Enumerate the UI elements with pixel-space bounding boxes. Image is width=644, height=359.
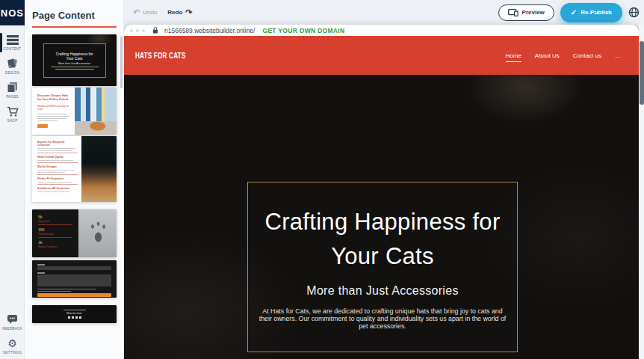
site-url[interactable]: n1566589.websitebuilder.online/ — [164, 27, 255, 34]
stat-divider — [38, 224, 72, 225]
window-dots — [130, 29, 145, 32]
sidebar-item-shop[interactable]: SHOP — [0, 102, 25, 126]
hero-text-box[interactable]: Crafting Happiness for Your Cats More th… — [247, 182, 518, 352]
thumb-form-label — [37, 272, 45, 274]
pages-icon — [6, 82, 19, 93]
sidebar-item-label: FEEDBACK — [2, 327, 22, 331]
active-indicator — [0, 33, 2, 52]
redo-button[interactable]: Redo ↷ — [167, 8, 192, 16]
check-icon: ✓ — [571, 9, 577, 16]
stat-value: 150 — [38, 227, 72, 232]
thumb-text-bar — [64, 310, 86, 310]
sidebar-item-label: CONTENT — [4, 47, 22, 51]
thumb-hero-title: Crafting Happiness for Your Cats — [56, 52, 93, 61]
thumb-feature-heading: Explore Our Exquisite Collection — [37, 141, 78, 147]
section-thumbnail-contact-form[interactable] — [32, 260, 117, 298]
thumb-cat-closeup-photo — [81, 136, 117, 202]
thumb-hero-box: Crafting Happiness for Your Cats More th… — [43, 43, 106, 78]
stat-label: Unique Designs — [38, 233, 72, 236]
republish-label: Re-Publish — [580, 9, 612, 16]
nav-link-contact[interactable]: Contact us — [573, 49, 601, 62]
sidebar-item-label: PAGES — [6, 95, 19, 99]
get-domain-link[interactable]: GET YOUR OWN DOMAIN — [262, 27, 344, 34]
feedback-icon — [6, 314, 19, 325]
thumb-text-bar — [37, 118, 66, 119]
thumb-features-text: Explore Our Exquisite Collection Hand Cr… — [32, 136, 81, 202]
browser-chrome-bar: n1566589.websitebuilder.online/ GET YOUR… — [124, 25, 639, 36]
shop-cart-icon — [6, 106, 19, 117]
toolbar-right-group: Preview ✓ Re-Publish — [498, 3, 644, 22]
hero-section: Crafting Happiness for Your Cats More th… — [124, 75, 639, 359]
thumb-split-text: Discover Unique Hats for Your Feline Fri… — [32, 88, 75, 135]
hero-subtitle: More than Just Accessories — [306, 284, 458, 298]
thumb-form-textarea — [37, 274, 111, 286]
site-nav: Home About Us Contact us … — [506, 49, 622, 62]
section-thumbnail-split[interactable]: Discover Unique Hats for Your Feline Fri… — [32, 88, 117, 135]
undo-button[interactable]: ↶ Undo — [133, 8, 157, 16]
nav-link-about[interactable]: About Us — [535, 49, 560, 62]
sidebar-nav: CONTENT DESIGN PAGES SHOP — [0, 30, 24, 126]
thumb-split-heading: Discover Unique Hats for Your Feline Fri… — [37, 93, 71, 101]
thumb-feature-heading: Hand Crafted Quality — [37, 156, 78, 159]
section-thumbnail-footer[interactable]: Hats for Cats — [32, 305, 117, 323]
thumb-paw-print-photo — [78, 209, 117, 257]
design-icon — [6, 58, 19, 69]
nav-link-home[interactable]: Home — [506, 49, 521, 62]
sidebar-item-design[interactable]: DESIGN — [0, 54, 25, 78]
settings-gear-icon: ⚙ — [6, 338, 19, 349]
sidebar-item-settings[interactable]: ⚙ SETTINGS — [0, 334, 25, 358]
stat-divider — [38, 237, 72, 238]
sidebar-item-content[interactable]: CONTENT — [0, 30, 25, 54]
section-thumbnail-stats[interactable]: 5k Happy Cats 150 Unique Designs 1k Repe… — [32, 209, 117, 257]
canvas-scrollbar-track — [639, 25, 644, 359]
thumb-text-bar — [37, 291, 71, 292]
sidebar-item-label: SETTINGS — [3, 351, 22, 355]
globe-icon[interactable] — [628, 7, 640, 18]
redo-label: Redo — [167, 9, 182, 16]
content-icon — [6, 34, 19, 45]
thumb-social-icons — [68, 316, 81, 319]
thumb-text-bar — [37, 289, 96, 289]
thumb-feature-heading: Suitable for All Occasions — [37, 187, 78, 190]
hero-title: Crafting Happiness for Your Cats — [264, 205, 500, 274]
panel-scrollbar[interactable] — [120, 36, 123, 88]
sidebar-item-pages[interactable]: PAGES — [0, 78, 25, 102]
undo-label: Undo — [143, 9, 157, 16]
page-content-panel: Page Content Crafting Happiness for Your… — [25, 0, 124, 359]
thumb-cta-button — [37, 124, 48, 128]
sidebar: IONOS CONTENT DESIGN PAGES — [0, 0, 25, 359]
panel-title-rule — [32, 26, 117, 28]
sidebar-item-label: DESIGN — [5, 71, 19, 75]
nav-more-ellipsis[interactable]: … — [615, 49, 621, 62]
thumb-footer-text: Hats for Cats — [66, 312, 81, 315]
thumb-text-bar — [37, 116, 69, 117]
thumb-feature-heading: Perfect Fit Guarantee — [37, 177, 78, 180]
sidebar-bottom: FEEDBACK ⚙ SETTINGS — [0, 310, 25, 358]
sidebar-item-label: SHOP — [7, 119, 18, 123]
thumb-text-bar — [37, 120, 58, 121]
redo-icon: ↷ — [185, 8, 192, 16]
stat-label: Happy Cats — [38, 220, 72, 223]
thumb-cat-poster-photo — [75, 88, 117, 135]
hero-description: At Hats for Cats, we are dedicated to cr… — [256, 307, 509, 330]
thumb-form-submit-button — [37, 293, 111, 297]
canvas-scrollbar-thumb[interactable] — [640, 41, 644, 105]
republish-button[interactable]: ✓ Re-Publish — [560, 3, 622, 22]
stat-value: 5k — [38, 215, 72, 219]
section-thumbnail-hero[interactable]: Crafting Happiness for Your Cats More th… — [32, 34, 117, 86]
sidebar-item-feedback[interactable]: FEEDBACK — [0, 310, 25, 334]
stat-label: Repeat Customers — [38, 245, 72, 248]
panel-title: Page Content — [32, 10, 123, 21]
thumb-split-subheading: Handcrafted Exclusively for Cats — [37, 105, 71, 111]
lock-icon — [152, 27, 158, 34]
preview-button[interactable]: Preview — [498, 4, 554, 21]
site-preview-canvas: n1566589.websitebuilder.online/ GET YOUR… — [124, 25, 639, 359]
stat-value: 1k — [38, 240, 72, 245]
devices-icon — [508, 9, 518, 16]
site-header: HATS FOR CATS Home About Us Contact us … — [124, 36, 639, 75]
section-thumbnail-features[interactable]: Explore Our Exquisite Collection Hand Cr… — [32, 136, 117, 202]
undo-icon: ↶ — [133, 8, 140, 16]
site-logo[interactable]: HATS FOR CATS — [135, 52, 185, 60]
thumb-feature-heading: Stylish Designs — [37, 165, 78, 168]
thumb-text-bar — [51, 67, 99, 67]
